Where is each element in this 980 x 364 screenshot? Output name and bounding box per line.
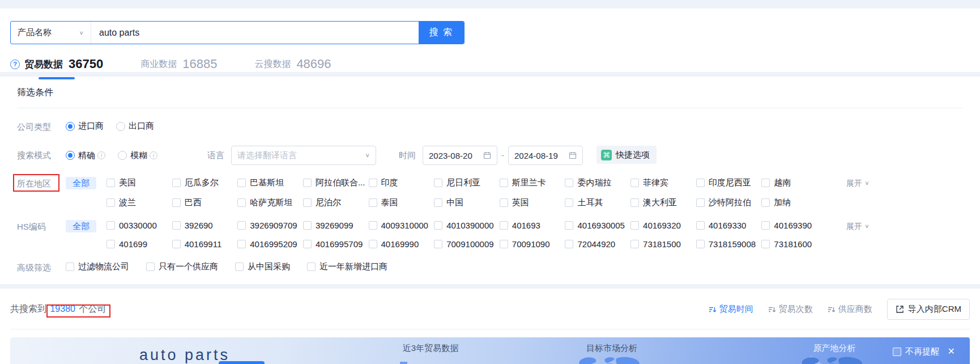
region-checkbox-item[interactable]: 阿拉伯联合...: [303, 177, 369, 188]
hscode-checkbox-item[interactable]: 4016995209: [237, 239, 303, 249]
checkbox-label: 4016995709: [316, 239, 363, 249]
results-summary: 共搜索到 19380 个公司: [10, 303, 106, 315]
region-checkbox-item[interactable]: 尼泊尔: [303, 197, 369, 208]
checkbox-label: 只有一个供应商: [159, 261, 218, 272]
region-checkbox-item[interactable]: 印度: [369, 177, 434, 188]
checkbox-label: 4016995209: [250, 239, 297, 249]
search-input[interactable]: [91, 22, 419, 44]
hscode-checkbox-item[interactable]: 3926909709: [237, 221, 303, 230]
hscode-checkbox-item[interactable]: 4009310000: [369, 221, 434, 230]
hscode-checkbox-item[interactable]: 7009100009: [434, 239, 500, 249]
region-checkbox-item[interactable]: 美国: [106, 177, 172, 188]
advanced-checkbox-item[interactable]: 从中国采购: [235, 261, 290, 272]
region-checkbox-item[interactable]: 中国: [434, 197, 500, 208]
region-checkbox-item[interactable]: 加纳: [761, 197, 827, 208]
hscode-expand-link[interactable]: 展开 ∨: [846, 221, 870, 232]
tab-trade-data[interactable]: ? 贸易数据 36750: [10, 57, 103, 79]
hscode-all-chip[interactable]: 全部: [66, 220, 96, 232]
search-category-select[interactable]: 产品名称 ∨: [11, 22, 91, 44]
advanced-checkbox-item[interactable]: 只有一个供应商: [146, 261, 218, 272]
checkbox-icon: [146, 263, 155, 271]
region-checkbox-item[interactable]: 土耳其: [565, 197, 630, 208]
hscode-checkbox-item[interactable]: 39269099: [303, 221, 369, 230]
language-select[interactable]: 请选择翻译语言 ∨: [231, 146, 376, 165]
world-map-graphic: [576, 356, 647, 364]
region-checkbox-item[interactable]: 委内瑞拉: [565, 177, 630, 188]
chevron-down-icon: ∨: [864, 222, 870, 231]
checkbox-label: 4016930005: [577, 221, 624, 230]
checkbox-icon: [307, 263, 316, 271]
radio-importer[interactable]: 进口商: [66, 121, 104, 132]
hscode-checkbox-item[interactable]: 7318159008: [696, 239, 762, 249]
analyze-button[interactable]: 去分析: [219, 361, 265, 364]
region-checkbox-item[interactable]: 越南: [761, 177, 827, 188]
hscode-checkbox-item[interactable]: 40169990: [369, 239, 434, 249]
search-mode-label: 搜索模式: [17, 146, 66, 165]
region-checkbox-item[interactable]: 印度尼西亚: [696, 177, 762, 188]
advanced-checkbox-item[interactable]: 过滤物流公司: [66, 261, 129, 272]
end-date-input[interactable]: 2024-08-19: [508, 146, 583, 165]
radio-unchecked-icon: [116, 122, 125, 131]
results-header: 共搜索到 19380 个公司 贸易时间 贸易次数 供应商数 导入内部: [10, 299, 970, 320]
chevron-down-icon: ∨: [864, 179, 870, 188]
region-checkbox-item[interactable]: 哈萨克斯坦: [237, 197, 303, 208]
quick-options-button[interactable]: ⌘ 快捷选项: [596, 146, 657, 164]
hscode-checkbox-item[interactable]: 4016995709: [303, 239, 369, 249]
import-crm-button[interactable]: 导入内部CRM: [887, 299, 970, 320]
region-checkbox-item[interactable]: 泰国: [369, 197, 434, 208]
region-checkbox-item[interactable]: 菲律宾: [630, 177, 696, 188]
checkbox-icon: [761, 221, 770, 230]
checkbox-icon: [237, 240, 246, 248]
hscode-checkbox-item[interactable]: 40169390: [761, 221, 827, 230]
close-icon[interactable]: ✕: [948, 346, 955, 357]
region-grid: 美国厄瓜多尔巴基斯坦阿拉伯联合...印度尼日利亚斯里兰卡委内瑞拉菲律宾印度尼西亚…: [106, 177, 827, 208]
hscode-checkbox-item[interactable]: 73181600: [761, 239, 827, 249]
radio-exact-match[interactable]: 精确 i: [66, 150, 105, 161]
hscode-checkbox-item[interactable]: 401699: [106, 239, 172, 249]
advanced-checkbox-item[interactable]: 近一年新增进口商: [307, 261, 387, 272]
radio-fuzzy-match[interactable]: 模糊 i: [118, 150, 157, 161]
tab-cloud-search-data[interactable]: 云搜数据 48696: [254, 57, 331, 79]
sort-supplier-count[interactable]: 供应商数: [828, 304, 872, 315]
checkbox-icon: [303, 198, 312, 207]
region-all-chip[interactable]: 全部: [66, 177, 96, 189]
radio-exporter[interactable]: 出口商: [116, 121, 154, 132]
search-button[interactable]: 搜 索: [419, 22, 464, 44]
hscode-checkbox-item[interactable]: 4016930005: [565, 221, 630, 230]
hscode-checkbox-item[interactable]: 73181500: [630, 239, 696, 249]
quick-options-label: 快捷选项: [616, 150, 650, 160]
region-checkbox-item[interactable]: 澳大利亚: [630, 197, 696, 208]
hscode-checkbox-item[interactable]: 40169320: [630, 221, 696, 230]
hscode-checkbox-item[interactable]: 40169330: [696, 221, 762, 230]
region-checkbox-item[interactable]: 巴基斯坦: [237, 177, 303, 188]
time-label: 时间: [399, 146, 416, 165]
filters-title: 筛选条件: [17, 87, 963, 108]
checkbox-label: 39269099: [316, 221, 353, 230]
tab-business-data[interactable]: 商业数据 16885: [140, 57, 217, 79]
region-checkbox-item[interactable]: 沙特阿拉伯: [696, 197, 762, 208]
hscode-checkbox-item[interactable]: 4010390000: [434, 221, 500, 230]
region-checkbox-item[interactable]: 厄瓜多尔: [172, 177, 238, 188]
hscode-checkbox-item[interactable]: 40169911: [172, 239, 238, 249]
checkbox-icon: [237, 198, 246, 207]
sort-trade-count[interactable]: 贸易次数: [768, 304, 813, 315]
dismiss-checkbox[interactable]: 不再提醒: [893, 346, 939, 357]
region-expand-link[interactable]: 展开 ∨: [846, 177, 870, 189]
checkbox-label: 澳大利亚: [643, 197, 677, 208]
hscode-checkbox-item[interactable]: 401693: [500, 221, 565, 230]
sort-trade-time[interactable]: 贸易时间: [709, 304, 753, 315]
checkbox-label: 哈萨克斯坦: [250, 197, 292, 208]
region-checkbox-item[interactable]: 波兰: [106, 197, 172, 208]
hscode-checkbox-item[interactable]: 72044920: [565, 239, 630, 249]
region-checkbox-item[interactable]: 英国: [500, 197, 565, 208]
checkbox-icon: [761, 240, 770, 248]
hscode-checkbox-item[interactable]: 00330000: [106, 221, 172, 230]
region-checkbox-item[interactable]: 巴西: [172, 197, 238, 208]
checkbox-label: 越南: [774, 177, 791, 188]
hscode-checkbox-item[interactable]: 392690: [172, 221, 238, 230]
start-date-input[interactable]: 2023-08-20: [423, 146, 497, 165]
hscode-checkbox-item[interactable]: 70091090: [500, 239, 565, 249]
date-range-dash: -: [501, 146, 504, 165]
region-checkbox-item[interactable]: 斯里兰卡: [500, 177, 565, 188]
region-checkbox-item[interactable]: 尼日利亚: [434, 177, 500, 188]
